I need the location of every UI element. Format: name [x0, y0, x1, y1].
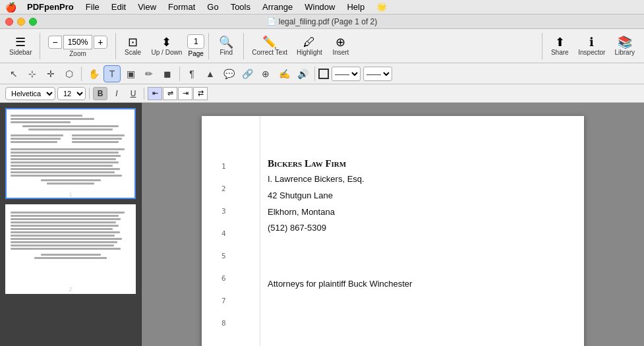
menu-window[interactable]: Window [299, 0, 340, 14]
app-name[interactable]: PDFpenPro [22, 0, 79, 14]
format-bar: Helvetica 12 B I U ⇤ ⇌ ⇥ ⇄ [0, 84, 644, 103]
line-num-6: 6 [221, 268, 226, 290]
line-end-select[interactable]: —— [363, 67, 392, 81]
up-down-button[interactable]: ⬍ Up / Down [148, 35, 187, 57]
thumb1-page-num: 1 [7, 191, 134, 198]
menu-file[interactable]: File [80, 0, 105, 14]
traffic-lights [5, 18, 37, 26]
library-label: Library [614, 49, 635, 56]
find-label: Find [220, 49, 233, 56]
line-num-2: 2 [221, 178, 226, 200]
divider-2 [115, 33, 116, 59]
paragraph-tool[interactable]: ¶ [183, 65, 200, 82]
menu-extra[interactable]: 🌟 [371, 0, 392, 14]
thumbnail-page-2[interactable]: 2 [5, 204, 136, 294]
italic-button[interactable]: I [109, 87, 124, 100]
inspector-button[interactable]: ℹ Inspector [574, 35, 609, 57]
font-family-select[interactable]: Helvetica [5, 87, 55, 100]
pdf-icon: 📄 [267, 17, 276, 26]
t-divider-3 [314, 67, 315, 81]
audio-tool[interactable]: 🔊 [294, 65, 311, 82]
marker-tool[interactable]: ◼ [159, 65, 176, 82]
sign-tool[interactable]: ✍ [276, 65, 293, 82]
menu-tools[interactable]: Tools [225, 0, 256, 14]
sidebar-label: Sidebar [9, 49, 32, 56]
bold-button[interactable]: B [93, 87, 107, 100]
circle-shape[interactable] [318, 69, 329, 79]
highlight-button[interactable]: 🖊 Highlight [293, 35, 326, 57]
align-right-button[interactable]: ⇥ [178, 87, 192, 100]
lasso-tool[interactable]: ⬡ [61, 65, 78, 82]
phone: (512) 867-5309 [268, 221, 544, 235]
fmt-divider-1 [89, 88, 90, 100]
align-center-button[interactable]: ⇌ [163, 87, 177, 100]
font-size-select[interactable]: 12 [57, 87, 86, 100]
align-group: ⇤ ⇌ ⇥ ⇄ [148, 87, 208, 100]
align-left-button[interactable]: ⇤ [148, 87, 162, 100]
library-button[interactable]: 📚 Library [610, 35, 639, 57]
divider-5 [542, 33, 542, 59]
firm-name: Bickers Law Firm [268, 156, 544, 171]
stamp-tool[interactable]: ⊕ [257, 65, 274, 82]
page-group: 1 Page [187, 34, 204, 57]
align-justify-button[interactable]: ⇄ [193, 87, 208, 100]
menu-format[interactable]: Format [163, 0, 200, 14]
find-button[interactable]: 🔍 Find [213, 35, 239, 57]
library-icon: 📚 [618, 36, 632, 48]
thumbnail-page-1[interactable]: 1 [5, 108, 136, 199]
titlebar: 📄 legal_filing.pdf (Page 1 of 2) [0, 14, 644, 29]
menu-edit[interactable]: Edit [106, 0, 131, 14]
menu-go[interactable]: Go [202, 0, 223, 14]
line-num-5: 5 [221, 245, 226, 268]
correct-text-button[interactable]: ✏️ Correct Text [248, 35, 291, 57]
line-num-7: 7 [221, 290, 226, 312]
fullscreen-button[interactable] [29, 18, 37, 26]
pdf-content: Bickers Law Firm I. Lawrence Bickers, Es… [268, 156, 544, 291]
move-tool[interactable]: ✛ [42, 65, 59, 82]
share-button[interactable]: ⬆ Share [546, 35, 573, 57]
menu-view[interactable]: View [132, 0, 161, 14]
scale-label: Scale [125, 49, 141, 56]
correct-text-label: Correct Text [252, 49, 287, 56]
bubble-tool[interactable]: 💬 [220, 65, 237, 82]
line-numbers: 1 2 3 4 5 6 7 8 [221, 156, 226, 335]
correct-icon: ✏️ [262, 36, 277, 48]
line-num-3: 3 [221, 200, 226, 223]
line-style-select[interactable]: —— [332, 67, 361, 81]
zoom-label: Zoom [69, 50, 86, 57]
page-value: 1 [190, 37, 201, 46]
close-button[interactable] [5, 18, 13, 26]
menu-help[interactable]: Help [341, 0, 370, 14]
zoom-minus-button[interactable]: − [48, 36, 61, 49]
insert-button[interactable]: ⊕ Insert [328, 35, 354, 57]
scale-button[interactable]: ⊡ Scale [120, 35, 146, 57]
image-tool[interactable]: ▣ [122, 65, 139, 82]
minimize-button[interactable] [17, 18, 25, 26]
zoom-group: − 150% + Zoom [44, 34, 111, 59]
attorneys-for: Attorneys for plaintiff Buck Winchester [268, 277, 544, 291]
t-divider-2 [179, 67, 180, 81]
highlight-tool[interactable]: ▲ [202, 65, 219, 82]
link-tool[interactable]: 🔗 [239, 65, 256, 82]
apple-menu[interactable]: 🍎 [5, 2, 16, 13]
updown-icon: ⬍ [161, 36, 171, 48]
highlight-icon: 🖊 [303, 36, 315, 48]
cursor-tool[interactable]: ⊹ [24, 65, 41, 82]
menu-arrange[interactable]: Arrange [257, 0, 298, 14]
divider-1 [40, 33, 40, 59]
text-tool[interactable]: T [103, 65, 121, 82]
arrow-tool[interactable]: ↖ [5, 65, 22, 82]
share-icon: ⬆ [555, 36, 565, 48]
underline-button[interactable]: U [126, 87, 140, 100]
sidebar-button[interactable]: ☰ Sidebar [5, 35, 36, 57]
hand-tool[interactable]: ✋ [85, 65, 102, 82]
fmt-divider-2 [144, 88, 144, 100]
inspector-icon: ℹ [589, 36, 594, 48]
main-toolbar: ☰ Sidebar − 150% + Zoom ⊡ Scale ⬍ Up / D… [0, 29, 644, 63]
pencil-tool[interactable]: ✏ [140, 65, 158, 82]
insert-label: Insert [332, 49, 349, 56]
pdf-area[interactable]: 1 2 3 4 5 6 7 8 Bickers Law Firm I. Lawr… [142, 103, 644, 346]
tools-bar: ↖ ⊹ ✛ ⬡ ✋ T ▣ ✏ ◼ ¶ ▲ 💬 🔗 ⊕ ✍ 🔊 —— —— [0, 63, 644, 84]
main-area: 1 [0, 103, 644, 346]
zoom-plus-button[interactable]: + [94, 36, 107, 49]
